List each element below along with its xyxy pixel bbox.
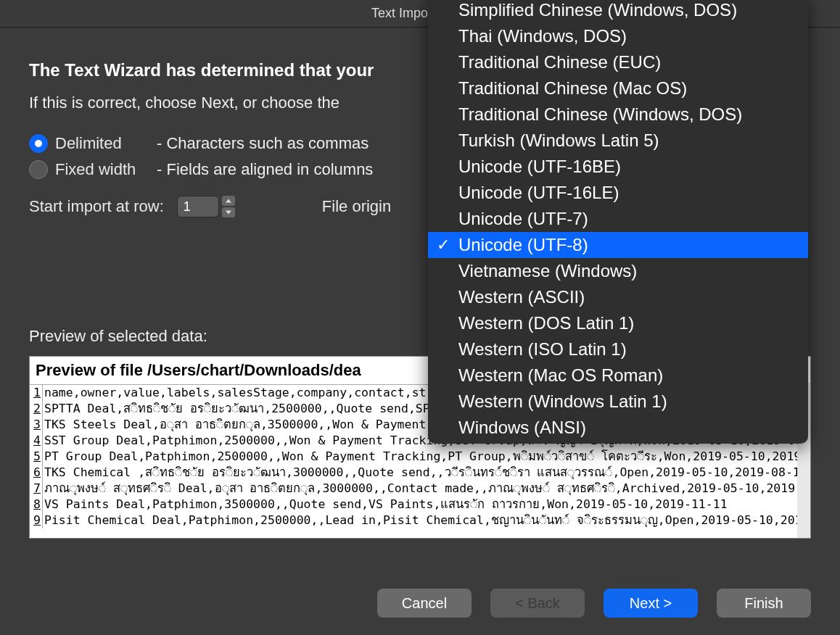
encoding-option[interactable]: Western (Mac OS Roman) bbox=[428, 362, 808, 389]
encoding-option[interactable]: Unicode (UTF-16BE) bbox=[428, 154, 808, 180]
encoding-option[interactable]: Traditional Chinese (EUC) bbox=[428, 49, 808, 75]
back-button[interactable]: < Back bbox=[490, 589, 585, 618]
encoding-option[interactable]: Western (ASCII) bbox=[428, 284, 808, 310]
encoding-option[interactable]: Turkish (Windows Latin 5) bbox=[428, 128, 808, 154]
encoding-option[interactable]: Western (Windows Latin 1) bbox=[428, 389, 808, 415]
encoding-option[interactable]: Simplified Chinese (Windows, DOS) bbox=[428, 0, 808, 23]
stepper-up-icon[interactable] bbox=[222, 196, 235, 206]
finish-button[interactable]: Finish bbox=[717, 589, 811, 618]
preview-row: 5PT Group Deal,Patphimon,2500000,,Won & … bbox=[30, 449, 810, 465]
stepper-down-icon[interactable] bbox=[222, 207, 235, 217]
wizard-buttons: Cancel < Back Next > Finish bbox=[377, 589, 811, 618]
encoding-option[interactable]: Vietnamese (Windows) bbox=[428, 258, 808, 284]
line-text: name,owner,value,labels,salesStage,compa… bbox=[43, 385, 427, 401]
start-row-stepper bbox=[222, 195, 235, 218]
encoding-option[interactable]: Windows (ANSI) bbox=[428, 415, 808, 441]
line-number: 2 bbox=[30, 401, 43, 417]
encoding-option[interactable]: Unicode (UTF-8) bbox=[428, 232, 808, 258]
line-number: 1 bbox=[30, 385, 43, 401]
encoding-option[interactable]: Traditional Chinese (Windows, DOS) bbox=[428, 101, 808, 128]
file-origin-label: File origin bbox=[322, 197, 391, 216]
line-number: 6 bbox=[30, 465, 43, 481]
line-text: ภาณ◌ุพงษ◌์ ส◌ุทธศ◌ิร◌ิ Deal,อ◌ุสา อาธ◌ิต… bbox=[43, 481, 810, 497]
start-row-label: Start import at row: bbox=[29, 197, 164, 216]
line-number: 5 bbox=[30, 449, 43, 465]
delimited-label: Delimited bbox=[55, 134, 157, 153]
encoding-option[interactable]: Traditional Chinese (Mac OS) bbox=[428, 75, 808, 101]
preview-row: 6TKS Chemical ,ส◌ิทธ◌ิช◌ัย อร◌ิยะว◌ัฒนา,… bbox=[30, 465, 810, 481]
encoding-option[interactable]: Western (DOS Latin 1) bbox=[428, 310, 808, 336]
line-text: PT Group Deal,Patphimon,2500000,,Won & P… bbox=[43, 449, 801, 465]
line-text: Pisit Chemical Deal,Patphimon,2500000,,L… bbox=[43, 512, 809, 528]
line-text: TKS Chemical ,ส◌ิทธ◌ิช◌ัย อร◌ิยะว◌ัฒนา,3… bbox=[43, 465, 807, 481]
file-origin-dropdown[interactable]: Simplified Chinese (Windows, DOS)Thai (W… bbox=[428, 0, 808, 444]
line-number: 3 bbox=[30, 417, 43, 433]
encoding-option[interactable]: Unicode (UTF-16LE) bbox=[428, 180, 808, 206]
line-number: 8 bbox=[30, 497, 43, 512]
start-row-input[interactable]: 1 bbox=[177, 196, 219, 217]
line-text: VS Paints Deal,Patphimon,3500000,,Quote … bbox=[43, 497, 728, 512]
encoding-option[interactable]: Thai (Windows, DOS) bbox=[428, 23, 808, 49]
preview-row: 7ภาณ◌ุพงษ◌์ ส◌ุทธศ◌ิร◌ิ Deal,อ◌ุสา อาธ◌ิ… bbox=[30, 481, 810, 497]
delimited-radio[interactable] bbox=[29, 134, 48, 153]
encoding-option[interactable]: Western (ISO Latin 1) bbox=[428, 336, 808, 362]
cancel-button[interactable]: Cancel bbox=[377, 589, 472, 618]
line-number: 9 bbox=[30, 512, 43, 528]
delimited-desc: - Characters such as commas bbox=[157, 134, 368, 153]
next-button[interactable]: Next > bbox=[604, 589, 698, 618]
line-number: 7 bbox=[30, 481, 43, 497]
fixedwidth-radio[interactable] bbox=[29, 160, 48, 179]
preview-row: 8VS Paints Deal,Patphimon,3500000,,Quote… bbox=[30, 497, 810, 512]
fixedwidth-desc: - Fields are aligned in columns bbox=[157, 160, 373, 179]
start-row-input-group: 1 bbox=[177, 195, 235, 218]
fixedwidth-label: Fixed width bbox=[55, 160, 157, 179]
encoding-option[interactable]: Unicode (UTF-7) bbox=[428, 206, 808, 232]
preview-row: 9Pisit Chemical Deal,Patphimon,2500000,,… bbox=[30, 512, 810, 528]
line-number: 4 bbox=[30, 433, 43, 449]
